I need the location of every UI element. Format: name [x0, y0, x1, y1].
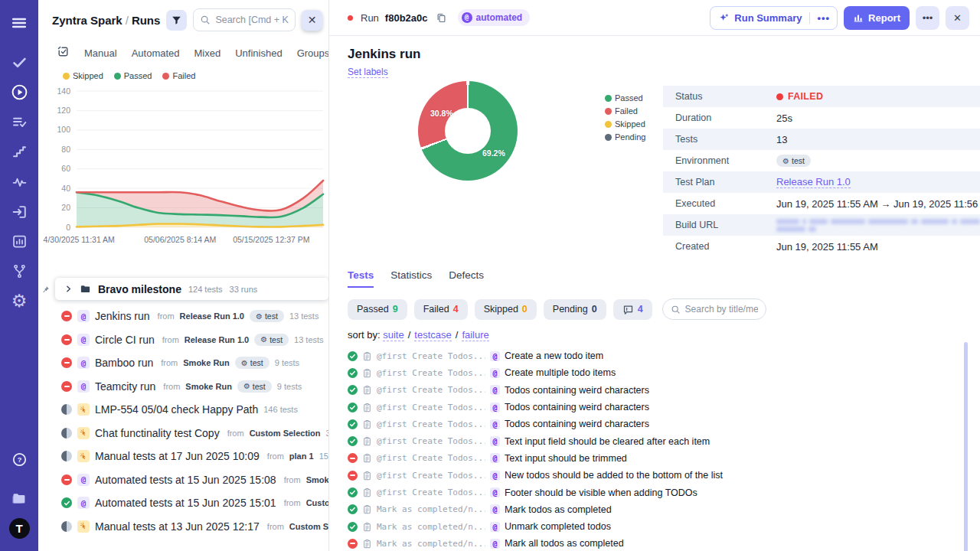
failed-status-icon: [348, 539, 358, 549]
tab-groups[interactable]: Groups: [297, 47, 329, 59]
run-from-name: Smoke Run: [185, 382, 232, 391]
filter-pill-passed[interactable]: Passed9: [348, 299, 407, 320]
test-row[interactable]: Mark as completed/n...@Unmark completed …: [348, 518, 980, 535]
env-badge[interactable]: ⚙test: [254, 334, 289, 346]
sort-link-testcase[interactable]: testcase: [414, 329, 451, 341]
tab-statistics[interactable]: Statistics: [390, 269, 432, 288]
filter-pill-comments[interactable]: 4: [613, 299, 652, 320]
test-row[interactable]: @first Create Todos...@Todos containing …: [348, 382, 980, 399]
tab-automated[interactable]: Automated: [132, 47, 180, 59]
test-row[interactable]: @first Create Todos...@Todos containing …: [348, 416, 980, 432]
select-runs-button[interactable]: [57, 45, 70, 60]
copy-icon[interactable]: [436, 12, 447, 24]
run-from-name: Smoke Run: [183, 358, 230, 367]
chevron-right-icon[interactable]: [64, 285, 73, 293]
runs-search-input[interactable]: [215, 15, 289, 25]
sidebar-item-help[interactable]: ?: [0, 442, 38, 476]
test-row[interactable]: @first Create Todos...@Footer should be …: [348, 484, 980, 500]
tests-search-input[interactable]: [685, 304, 758, 315]
env-badge-label: test: [253, 382, 266, 391]
sidebar-item-runs[interactable]: [0, 77, 38, 107]
info-row-created: CreatedJun 19, 2025 11:55 AM: [663, 236, 980, 257]
test-row[interactable]: Mark as completed/n...@Mark all todos as…: [348, 535, 980, 551]
run-row[interactable]: Manual tests at 13 Jun 2025 12:17fromCus…: [38, 515, 328, 539]
filter-button[interactable]: [166, 10, 187, 31]
filter-pill-failed[interactable]: Failed4: [414, 299, 468, 320]
run-tests-count: 15 tests: [319, 452, 328, 461]
sort-link-suite[interactable]: suite: [383, 329, 403, 341]
sidebar-item-analytics[interactable]: [0, 227, 38, 256]
donut-legend: PassedFailedSkippedPending: [605, 93, 645, 142]
env-badge[interactable]: ⚙test: [250, 310, 284, 322]
search-icon: [671, 305, 681, 315]
run-row[interactable]: @Bamboo runfromSmoke Run⚙test9 tests: [38, 351, 328, 375]
run-tests-count: 13 tests: [294, 335, 324, 344]
test-row[interactable]: @first Create Todos...@Todos containing …: [348, 399, 980, 416]
test-plan-link[interactable]: Release Run 1.0: [776, 176, 851, 188]
close-run-detail-button[interactable]: ✕: [946, 6, 969, 30]
sidebar-item-steps[interactable]: [0, 137, 38, 167]
run-row[interactable]: @Automated tests at 15 Jun 2025 15:08fro…: [38, 468, 328, 492]
sidebar-item-projects[interactable]: [0, 484, 38, 514]
test-row[interactable]: @first Create Todos...@Create a new todo…: [348, 347, 980, 364]
pill-label: Passed: [357, 304, 389, 315]
run-row[interactable]: Chat functinality test CopyfromCustom Se…: [38, 422, 328, 445]
milestone-row-bravo[interactable]: Bravo milestone 124 tests 33 runs: [55, 278, 328, 300]
filter-pill-skipped[interactable]: Skipped0: [475, 299, 537, 320]
run-row[interactable]: LMP-554 05/04 check Happy Path146 tests: [38, 398, 328, 422]
run-from-name: Smoke Run: [306, 475, 328, 484]
sidebar-item-import[interactable]: [0, 197, 38, 227]
legend-label: Skipped: [615, 119, 645, 129]
breadcrumb-page[interactable]: Runs: [132, 14, 161, 27]
more-actions-button[interactable]: •••: [916, 6, 939, 30]
sidebar-item-test-plans[interactable]: [0, 107, 38, 137]
run-row[interactable]: Manual tests at 17 Jun 2025 10:09frompla…: [38, 445, 328, 468]
tab-manual[interactable]: Manual: [84, 47, 117, 59]
sidebar-item-branch[interactable]: [0, 256, 38, 286]
set-labels-link[interactable]: Set labels: [348, 67, 388, 78]
tab-unfinished[interactable]: Unfinished: [235, 47, 282, 59]
tab-mixed[interactable]: Mixed: [194, 47, 221, 59]
run-row[interactable]: @Teamcity runfromSmoke Run⚙test9 tests: [38, 375, 328, 399]
sort-link-failure[interactable]: failure: [462, 329, 488, 341]
env-badge[interactable]: ⚙test: [235, 357, 270, 369]
info-row-build-url: Build URL: [663, 214, 980, 236]
test-row[interactable]: @first Create Todos...@Create multiple t…: [348, 364, 980, 381]
scrollbar-thumb[interactable]: [964, 342, 968, 551]
test-row[interactable]: Mark as completed/n...@Mark todos as com…: [348, 501, 980, 518]
funnel-icon: [171, 15, 182, 26]
run-row[interactable]: @Circle CI runfromRelease Run 1.0⚙test13…: [38, 328, 328, 352]
env-badge[interactable]: ⚙test: [237, 380, 272, 393]
close-runs-panel-button[interactable]: ✕: [302, 10, 322, 31]
report-button[interactable]: Report: [844, 6, 910, 30]
run-from-label: from: [284, 498, 301, 507]
manual-run-icon: [77, 450, 90, 462]
automated-badge[interactable]: @ automated: [458, 9, 531, 26]
sidebar-item-tests[interactable]: [0, 47, 38, 77]
run-row[interactable]: @Automated tests at 15 Jun 2025 15:01fro…: [38, 491, 328, 515]
sidebar-item-settings[interactable]: ⚙: [0, 286, 38, 316]
sidebar-item-menu[interactable]: [0, 6, 38, 40]
sidebar-item-logo-testomat[interactable]: T: [0, 514, 38, 543]
tab-tests[interactable]: Tests: [348, 269, 374, 288]
run-row[interactable]: @Jenkins runfromRelease Run 1.0⚙test13 t…: [38, 305, 328, 328]
run-summary-more-icon[interactable]: •••: [809, 12, 837, 24]
clipboard-icon: [362, 453, 372, 463]
test-suite-name: Mark as completed/n...: [377, 504, 485, 514]
test-title: New todos should be added to the bottom …: [505, 470, 723, 481]
env-badge[interactable]: ⚙test: [776, 155, 811, 167]
filter-pill-pending[interactable]: Pending0: [544, 299, 606, 320]
redacted-build-url: [776, 219, 980, 232]
tab-defects[interactable]: Defects: [449, 269, 484, 288]
clipboard-icon: [362, 539, 372, 549]
test-row[interactable]: @first Create Todos...@Text input field …: [348, 432, 980, 449]
manual-run-icon: [77, 520, 90, 533]
automated-test-icon: @: [490, 471, 500, 481]
sidebar-item-pulse[interactable]: [0, 167, 38, 197]
test-suite-name: @first Create Todos...: [377, 385, 485, 395]
breadcrumb-project[interactable]: Zyntra Spark: [52, 14, 122, 27]
test-row[interactable]: @first Create Todos...@Text input should…: [348, 450, 980, 467]
test-row[interactable]: @first Create Todos...@New todos should …: [348, 467, 980, 484]
run-detail-topbar: Run f80b2a0c @ automated Run Summary •••…: [329, 0, 980, 36]
run-summary-button[interactable]: Run Summary •••: [710, 6, 838, 30]
